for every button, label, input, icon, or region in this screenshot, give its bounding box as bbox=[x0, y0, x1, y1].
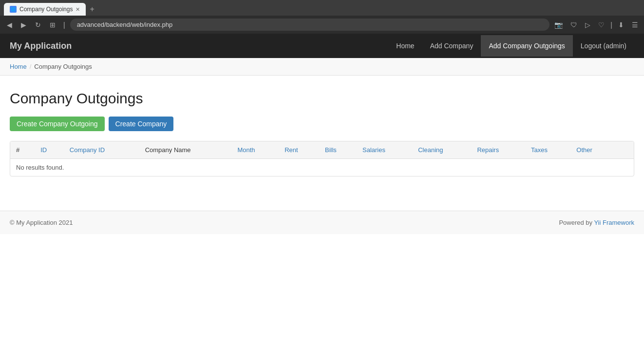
new-tab-button[interactable]: + bbox=[86, 3, 98, 16]
col-company-id[interactable]: Company ID bbox=[64, 141, 139, 159]
active-tab[interactable]: 🌐 Company Outgoings ✕ bbox=[4, 3, 86, 16]
footer-powered-by: Powered by Yii Framework bbox=[559, 219, 634, 226]
nav-add-company[interactable]: Add Company bbox=[422, 35, 481, 57]
camera-icon[interactable]: 📷 bbox=[552, 20, 565, 30]
create-company-button[interactable]: Create Company bbox=[109, 117, 174, 131]
nav-home[interactable]: Home bbox=[388, 35, 422, 57]
create-company-outgoing-button[interactable]: Create Company Outgoing bbox=[10, 117, 105, 131]
page-title: Company Outgoings bbox=[10, 90, 634, 107]
browser-chrome: 🌐 Company Outgoings ✕ + ◀ ▶ ↻ ⊞ | 📷 🛡 ▷ … bbox=[0, 0, 644, 34]
breadcrumb-separator: / bbox=[30, 63, 32, 70]
tab-close-button[interactable]: ✕ bbox=[76, 6, 80, 13]
table-empty-row: No results found. bbox=[10, 159, 634, 176]
forward-button[interactable]: ▶ bbox=[18, 19, 29, 31]
footer-framework-link[interactable]: Yii Framework bbox=[594, 219, 634, 226]
no-results-message: No results found. bbox=[10, 159, 634, 176]
col-rent[interactable]: Rent bbox=[279, 141, 319, 159]
cast-icon[interactable]: ▷ bbox=[583, 20, 592, 30]
breadcrumb-bar: Home / Company Outgoings bbox=[0, 58, 644, 76]
app-navbar: My Application Home Add Company Add Comp… bbox=[0, 34, 644, 58]
footer-copyright: © My Application 2021 bbox=[10, 219, 73, 226]
page-footer: © My Application 2021 Powered by Yii Fra… bbox=[0, 211, 644, 234]
col-actions bbox=[615, 141, 634, 159]
browser-toolbar: ◀ ▶ ↻ ⊞ | 📷 🛡 ▷ ♡ | ⬇ ☰ bbox=[0, 16, 644, 34]
nav-add-company-outgoings[interactable]: Add Company Outgoings bbox=[481, 35, 572, 57]
col-cleaning[interactable]: Cleaning bbox=[412, 141, 471, 159]
download-icon[interactable]: ⬇ bbox=[616, 20, 626, 30]
outgoings-table-wrapper: # ID Company ID Company Name Month Rent … bbox=[10, 141, 634, 176]
reload-button[interactable]: ↻ bbox=[32, 19, 44, 31]
col-other[interactable]: Other bbox=[570, 141, 615, 159]
action-buttons: Create Company Outgoing Create Company bbox=[10, 117, 634, 131]
tab-title: Company Outgoings bbox=[19, 6, 73, 13]
favorites-icon[interactable]: ♡ bbox=[596, 20, 606, 30]
nav-links: Home Add Company Add Company Outgoings L… bbox=[388, 35, 634, 57]
col-taxes[interactable]: Taxes bbox=[525, 141, 570, 159]
apps-button[interactable]: ⊞ bbox=[47, 19, 58, 31]
col-month[interactable]: Month bbox=[231, 141, 279, 159]
tab-bar: 🌐 Company Outgoings ✕ + bbox=[0, 0, 644, 16]
table-header-row: # ID Company ID Company Name Month Rent … bbox=[10, 141, 634, 159]
address-bar[interactable] bbox=[70, 19, 550, 31]
breadcrumb-home[interactable]: Home bbox=[10, 63, 27, 70]
breadcrumb: Home / Company Outgoings bbox=[10, 63, 634, 70]
col-id[interactable]: ID bbox=[35, 141, 64, 159]
main-content: Company Outgoings Create Company Outgoin… bbox=[0, 76, 644, 191]
menu-icon[interactable]: ☰ bbox=[630, 20, 640, 30]
app-brand[interactable]: My Application bbox=[10, 41, 72, 51]
back-button[interactable]: ◀ bbox=[4, 19, 15, 31]
table-body: No results found. bbox=[10, 159, 634, 176]
outgoings-table: # ID Company ID Company Name Month Rent … bbox=[10, 141, 634, 176]
shield-icon[interactable]: 🛡 bbox=[568, 20, 579, 30]
breadcrumb-current: Company Outgoings bbox=[34, 63, 92, 70]
tab-favicon: 🌐 bbox=[10, 6, 17, 13]
col-bills[interactable]: Bills bbox=[319, 141, 357, 159]
col-repairs[interactable]: Repairs bbox=[471, 141, 525, 159]
nav-logout[interactable]: Logout (admin) bbox=[573, 35, 634, 57]
col-hash: # bbox=[10, 141, 35, 159]
col-salaries[interactable]: Salaries bbox=[357, 141, 412, 159]
col-company-name: Company Name bbox=[139, 141, 232, 159]
toolbar-icons: 📷 🛡 ▷ ♡ | ⬇ ☰ bbox=[552, 20, 640, 30]
table-header: # ID Company ID Company Name Month Rent … bbox=[10, 141, 634, 159]
